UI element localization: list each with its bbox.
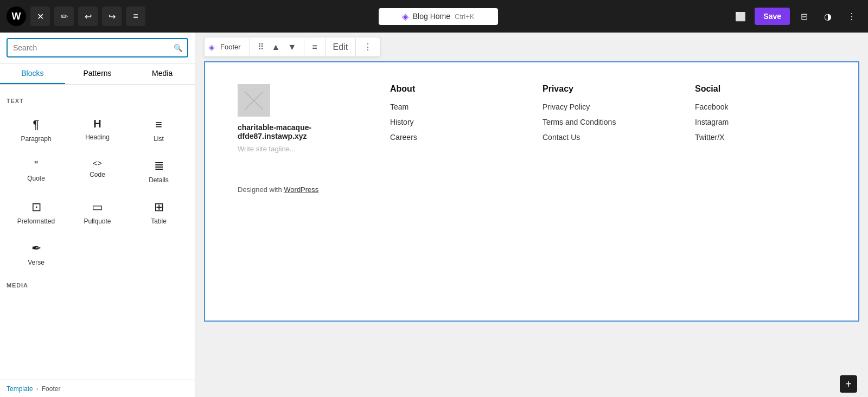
search-icon: 🔍 (174, 44, 183, 52)
toolbar-align-section: ≡ (304, 38, 324, 56)
preformatted-icon: ⊡ (31, 200, 41, 214)
sidebar: 🔍 Blocks Patterns Media TEXT ¶ Paragraph (0, 33, 195, 397)
footer-layout: charitable-macaque-dfde87.instawp.xyz Wr… (238, 84, 826, 153)
block-item-pullquote[interactable]: ▭ Pullquote (68, 193, 127, 232)
save-button[interactable]: Save (755, 8, 790, 25)
breadcrumb-template[interactable]: Template (7, 385, 33, 393)
search-bar: 🔍 (0, 33, 195, 63)
tab-blocks[interactable]: Blocks (0, 63, 65, 84)
footer-block-icon: ◈ (209, 43, 215, 52)
toolbar-footer-label-section: ◈ Footer (205, 41, 250, 54)
breadcrumb-separator: › (36, 385, 39, 393)
search-input-wrap: 🔍 (7, 38, 188, 57)
more-options-button[interactable]: ⋮ (360, 40, 375, 54)
nav-link-instagram[interactable]: Instagram (695, 118, 826, 126)
blog-home-button[interactable]: ◈ Blog Home Ctrl+K (379, 8, 498, 25)
footer-toolbar-label: Footer (216, 43, 245, 51)
search-input[interactable] (8, 39, 169, 56)
align-button[interactable]: ≡ (309, 40, 320, 54)
block-label-heading: Heading (85, 133, 110, 141)
block-item-paragraph[interactable]: ¶ Paragraph (7, 111, 66, 150)
contrast-button[interactable]: ◑ (818, 7, 838, 26)
nav-list-about: Team History Careers (390, 103, 521, 142)
add-block-button[interactable]: + (840, 375, 857, 393)
edit-button[interactable]: Edit (330, 40, 352, 54)
wordpress-link[interactable]: WordPress (284, 185, 318, 194)
tab-media[interactable]: Media (130, 63, 195, 84)
nav-link-team[interactable]: Team (390, 103, 521, 111)
edit-button[interactable]: ✏ (54, 7, 74, 26)
pullquote-icon: ▭ (92, 200, 103, 214)
shortcut-hint: Ctrl+K (455, 12, 474, 21)
nav-link-history[interactable]: History (390, 118, 521, 126)
footer-nav-social: Social Facebook Instagram Twitter/X (695, 84, 826, 153)
menu-button[interactable]: ≡ (126, 7, 145, 26)
view-button[interactable]: ⬜ (731, 7, 750, 26)
sidebar-tabs: Blocks Patterns Media (0, 63, 195, 85)
table-icon: ⊞ (154, 200, 164, 214)
block-item-code[interactable]: <> Code (68, 152, 127, 191)
undo-button[interactable]: ↩ (78, 7, 98, 26)
page-icon: ◈ (402, 11, 409, 22)
view-icon: ⬜ (735, 11, 746, 22)
redo-button[interactable]: ↪ (102, 7, 122, 26)
block-item-list[interactable]: ≡ List (129, 111, 188, 150)
block-item-preformatted[interactable]: ⊡ Preformatted (7, 193, 66, 232)
block-label-pullquote: Pullquote (84, 217, 111, 225)
block-label-details: Details (149, 176, 169, 184)
toolbar-more-section: ⋮ (356, 37, 380, 56)
footer-toolbar-bar: ◈ Footer ⠿ ▲ ▼ (195, 33, 868, 61)
more-icon: ⋮ (363, 42, 372, 52)
wordpress-logo[interactable]: W (7, 7, 26, 26)
close-button[interactable]: ✕ (30, 7, 50, 26)
block-label-verse: Verse (28, 259, 44, 266)
nav-link-twitter[interactable]: Twitter/X (695, 133, 826, 142)
block-item-table[interactable]: ⊞ Table (129, 193, 188, 232)
canvas-scroll[interactable]: ◈ Footer ⠿ ▲ ▼ (195, 33, 868, 397)
blocks-grid: ¶ Paragraph H Heading ≡ List " Quote (7, 111, 188, 273)
media-section-label: MEDIA (7, 282, 188, 289)
layout-button[interactable]: ⊟ (794, 7, 814, 26)
move-down-button[interactable]: ▼ (284, 40, 299, 54)
close-icon: ✕ (37, 11, 44, 22)
drag-icon: ⠿ (258, 42, 264, 52)
toolbar-edit-section: Edit (326, 38, 356, 56)
menu-icon: ≡ (133, 11, 138, 21)
nav-link-contact[interactable]: Contact Us (542, 133, 673, 142)
more-options-button[interactable]: ⋮ (842, 7, 861, 26)
nav-list-privacy: Privacy Policy Terms and Conditions Cont… (542, 103, 673, 142)
nav-heading-privacy: Privacy (542, 84, 673, 94)
block-label-list: List (154, 135, 164, 143)
footer-breadcrumb: Template › Footer (0, 380, 195, 397)
block-item-quote[interactable]: " Quote (7, 152, 66, 191)
site-tagline[interactable]: Write site tagline... (238, 145, 368, 153)
block-label-paragraph: Paragraph (21, 135, 51, 143)
topbar-right: ⬜ Save ⊟ ◑ ⋮ (731, 7, 861, 26)
footer-toolbar-inner: ◈ Footer ⠿ ▲ ▼ (204, 37, 380, 57)
search-button[interactable]: 🔍 (169, 40, 187, 56)
nav-link-facebook[interactable]: Facebook (695, 103, 826, 111)
nav-link-careers[interactable]: Careers (390, 133, 521, 142)
more-icon: ⋮ (847, 11, 856, 22)
nav-link-privacy-policy[interactable]: Privacy Policy (542, 103, 673, 111)
tab-patterns[interactable]: Patterns (65, 63, 130, 84)
block-item-verse[interactable]: ✒ Verse (7, 234, 66, 273)
move-up-button[interactable]: ▲ (269, 40, 284, 54)
nav-link-terms[interactable]: Terms and Conditions (542, 118, 673, 126)
block-item-details[interactable]: ≣ Details (129, 152, 188, 191)
chevron-down-icon: ▼ (288, 42, 296, 52)
site-image-placeholder (238, 84, 270, 117)
drag-handle-button[interactable]: ⠿ (254, 40, 267, 54)
block-item-heading[interactable]: H Heading (68, 111, 127, 150)
sidebar-content: TEXT ¶ Paragraph H Heading ≡ List (0, 85, 195, 397)
block-label-code: Code (90, 171, 105, 178)
chevron-up-icon: ▲ (272, 42, 280, 52)
site-name[interactable]: charitable-macaque-dfde87.instawp.xyz (238, 123, 368, 140)
footer-bottom-text: Designed with WordPress (238, 185, 826, 194)
verse-icon: ✒ (31, 241, 41, 255)
pencil-icon: ✏ (61, 11, 68, 22)
quote-icon: " (34, 159, 38, 171)
breadcrumb-footer: Footer (42, 385, 61, 393)
list-icon: ≡ (155, 118, 162, 132)
footer-block[interactable]: charitable-macaque-dfde87.instawp.xyz Wr… (204, 61, 859, 322)
